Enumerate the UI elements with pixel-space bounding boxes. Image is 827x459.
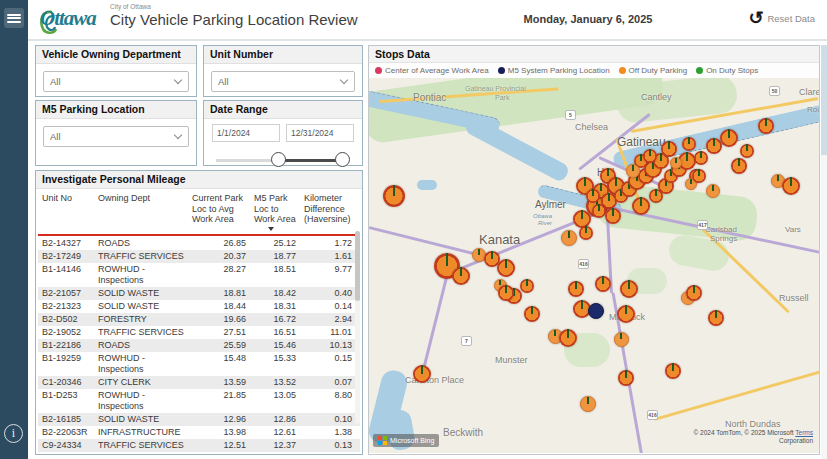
table-cell: 12.86 xyxy=(250,413,300,426)
slider-handle-end[interactable] xyxy=(335,152,350,167)
unit-dropdown[interactable]: All xyxy=(211,71,355,92)
table-row[interactable]: B1-22186ROADS25.5915.4610.13 xyxy=(38,339,360,352)
slider-handle-start[interactable] xyxy=(271,152,286,167)
stop-cluster-marker[interactable] xyxy=(605,208,621,224)
on-duty-tick xyxy=(526,279,528,286)
table-row[interactable]: B2-16185SOLID WASTE12.9612.860.10 xyxy=(38,413,360,426)
table-cell: B2-19052 xyxy=(38,326,94,339)
table-cell: B2-21057 xyxy=(38,287,94,300)
stop-cluster-marker[interactable] xyxy=(661,141,677,157)
stop-cluster-marker[interactable] xyxy=(643,149,657,163)
date-start-input[interactable]: 1/1/2024 xyxy=(212,124,280,142)
bing-logo: Microsoft Bing xyxy=(373,434,439,447)
table-row[interactable]: B2-22063RINFRASTRUCTURE13.9812.611.38 xyxy=(38,426,360,439)
on-duty-tick xyxy=(640,197,642,206)
on-duty-tick xyxy=(499,280,501,286)
legend-dot-icon xyxy=(696,67,703,74)
stop-cluster-marker[interactable] xyxy=(686,285,702,301)
stop-cluster-marker[interactable] xyxy=(782,177,800,195)
on-duty-tick xyxy=(700,151,702,158)
stop-cluster-marker[interactable] xyxy=(731,158,747,174)
table-row[interactable]: B2-19052TRAFFIC SERVICES27.5116.5111.01 xyxy=(38,326,360,339)
department-dropdown[interactable]: All xyxy=(43,71,189,92)
stop-cluster-marker[interactable] xyxy=(559,329,577,347)
stop-cluster-marker[interactable] xyxy=(614,332,629,347)
stop-cluster-marker[interactable] xyxy=(520,279,534,293)
stop-cluster-marker[interactable] xyxy=(592,204,606,218)
table-row[interactable]: B2-17249TRAFFIC SERVICES20.3718.771.61 xyxy=(38,250,360,263)
reset-data-button[interactable]: ↺ Reset Data xyxy=(748,9,815,27)
hamburger-menu-icon[interactable] xyxy=(4,8,24,28)
stop-cluster-marker[interactable] xyxy=(413,365,431,383)
stop-cluster-marker[interactable] xyxy=(618,370,634,386)
column-header[interactable]: Unit No xyxy=(38,192,94,232)
dashboard-root: i Ottawa City of Ottawa City Vehicle Par… xyxy=(0,0,827,459)
table-row[interactable]: B1-19259ROWHUD - Inspections15.4815.330.… xyxy=(38,352,360,376)
stop-cluster-marker[interactable] xyxy=(561,230,577,246)
table-cell: 25.59 xyxy=(188,339,250,352)
stop-cluster-marker[interactable] xyxy=(706,184,720,198)
column-header[interactable]: Current Park Loc to Avg Work Area xyxy=(188,192,250,232)
page-title: City Vehicle Parking Location Review xyxy=(110,11,358,28)
stop-cluster-marker[interactable] xyxy=(580,396,596,412)
column-header[interactable]: Kilometer Difference (Haversine) xyxy=(300,192,356,232)
stop-cluster-marker[interactable] xyxy=(708,310,724,326)
table-cell: 0.10 xyxy=(300,413,356,426)
info-icon[interactable]: i xyxy=(4,424,23,443)
table-cell: B2-D502 xyxy=(38,313,94,326)
stop-cluster-marker[interactable] xyxy=(632,197,650,215)
terms-link[interactable]: Terms xyxy=(795,429,813,436)
stop-cluster-marker[interactable] xyxy=(497,259,515,277)
stop-cluster-marker[interactable] xyxy=(740,144,754,158)
map-place-label: Rockland xyxy=(807,105,819,114)
reset-label: Reset Data xyxy=(767,13,815,24)
map-canvas[interactable]: Microsoft Bing © 2024 TomTom, © 2025 Mic… xyxy=(369,78,819,453)
stop-cluster-marker[interactable] xyxy=(720,129,738,147)
on-duty-tick xyxy=(568,231,570,238)
stop-cluster-marker[interactable] xyxy=(694,151,708,165)
stop-cluster-marker[interactable] xyxy=(383,185,405,207)
stop-cluster-marker[interactable] xyxy=(692,169,706,183)
table-row[interactable]: B2-21323SOLID WASTE18.4418.310.14 xyxy=(38,300,360,313)
table-cell: 26.85 xyxy=(188,237,250,250)
table-row[interactable]: B1-14146ROWHUD - Inspections28.2718.519.… xyxy=(38,263,360,287)
stop-cluster-marker[interactable] xyxy=(579,226,593,240)
stop-cluster-marker[interactable] xyxy=(452,267,470,285)
stop-cluster-marker[interactable] xyxy=(586,189,600,203)
table-row[interactable]: B1-D253ROWHUD - Inspections21.8513.058.8… xyxy=(38,389,360,413)
stop-cluster-marker[interactable] xyxy=(498,285,514,301)
column-header[interactable]: Owning Dept xyxy=(94,192,188,232)
on-duty-tick xyxy=(421,365,423,374)
m5-dropdown[interactable]: All xyxy=(43,126,189,147)
on-duty-tick xyxy=(668,141,670,149)
stop-cluster-marker[interactable] xyxy=(524,306,540,322)
stop-cluster-marker[interactable] xyxy=(617,305,635,323)
chevron-down-icon xyxy=(174,131,182,139)
table-row[interactable]: B2-D502FORESTRY19.6616.722.94 xyxy=(38,313,360,326)
table-row[interactable]: C9-24334TRAFFIC SERVICES12.5112.370.13 xyxy=(38,439,360,452)
legend-dot-icon xyxy=(498,67,505,74)
stop-cluster-marker[interactable] xyxy=(758,118,774,134)
table-cell: 0.15 xyxy=(300,352,356,376)
stop-cluster-marker[interactable] xyxy=(568,281,584,297)
table-cell: ROWHUD - Inspections xyxy=(94,263,188,287)
stop-cluster-marker[interactable] xyxy=(665,363,681,379)
table-row[interactable]: C1-20346CITY CLERK13.5913.520.07 xyxy=(38,376,360,389)
table-scrollbar[interactable] xyxy=(355,231,360,424)
stop-cluster-marker[interactable] xyxy=(595,276,611,292)
stop-cluster-marker[interactable] xyxy=(682,137,696,151)
table-row[interactable]: B2-16187SOLID WASTE12.4312.360.07 xyxy=(38,452,360,456)
column-header[interactable]: M5 Park Loc to Work Area xyxy=(250,192,300,232)
table-row[interactable]: B2-21057SOLID WASTE18.8118.420.40 xyxy=(38,287,360,300)
on-duty-tick xyxy=(584,177,586,186)
stop-cluster-marker[interactable] xyxy=(626,164,640,178)
table-row[interactable]: B2-14327ROADS26.8525.121.72 xyxy=(38,237,360,250)
on-duty-tick xyxy=(640,154,642,161)
date-end-input[interactable]: 12/31/2024 xyxy=(286,124,354,142)
stop-cluster-marker[interactable] xyxy=(670,157,682,169)
slider-selected-range[interactable] xyxy=(278,159,340,162)
page-scrollbar[interactable] xyxy=(821,45,827,459)
m5-parking-marker[interactable] xyxy=(588,303,604,319)
on-duty-tick xyxy=(581,300,583,309)
stop-cluster-marker[interactable] xyxy=(620,280,638,298)
